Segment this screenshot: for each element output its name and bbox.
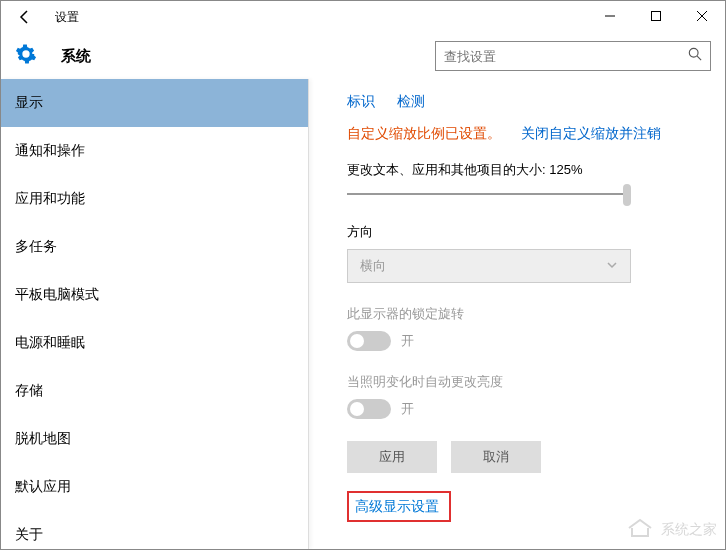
sidebar-item-label: 默认应用 bbox=[15, 478, 71, 496]
sidebar-item-about[interactable]: 关于 bbox=[1, 511, 308, 549]
main-panel: 标识 检测 自定义缩放比例已设置。 关闭自定义缩放并注销 更改文本、应用和其他项… bbox=[309, 79, 725, 549]
auto-brightness-state: 开 bbox=[401, 400, 414, 418]
sidebar-item-power[interactable]: 电源和睡眠 bbox=[1, 319, 308, 367]
svg-line-5 bbox=[697, 56, 701, 60]
orientation-value: 横向 bbox=[360, 257, 386, 275]
sidebar-item-maps[interactable]: 脱机地图 bbox=[1, 415, 308, 463]
search-icon bbox=[688, 47, 702, 65]
sidebar-item-label: 存储 bbox=[15, 382, 43, 400]
identify-link[interactable]: 标识 bbox=[347, 93, 375, 111]
sidebar-item-notifications[interactable]: 通知和操作 bbox=[1, 127, 308, 175]
custom-scale-warning: 自定义缩放比例已设置。 bbox=[347, 125, 501, 143]
sidebar-item-label: 平板电脑模式 bbox=[15, 286, 99, 304]
cancel-button[interactable]: 取消 bbox=[451, 441, 541, 473]
sidebar-item-label: 显示 bbox=[15, 94, 43, 112]
gear-icon bbox=[15, 43, 37, 69]
slider-thumb[interactable] bbox=[623, 184, 631, 206]
svg-rect-1 bbox=[652, 12, 661, 21]
lock-rotation-toggle[interactable] bbox=[347, 331, 391, 351]
maximize-button[interactable] bbox=[633, 1, 679, 31]
page-title: 系统 bbox=[61, 47, 91, 66]
apply-button[interactable]: 应用 bbox=[347, 441, 437, 473]
sidebar-item-label: 多任务 bbox=[15, 238, 57, 256]
sidebar-item-label: 关于 bbox=[15, 526, 43, 544]
lock-rotation-label: 此显示器的锁定旋转 bbox=[347, 305, 697, 323]
sidebar: 显示 通知和操作 应用和功能 多任务 平板电脑模式 电源和睡眠 存储 脱机地图 … bbox=[1, 79, 309, 549]
orientation-dropdown[interactable]: 横向 bbox=[347, 249, 631, 283]
detect-link[interactable]: 检测 bbox=[397, 93, 425, 111]
maximize-icon bbox=[651, 11, 661, 21]
sidebar-item-label: 脱机地图 bbox=[15, 430, 71, 448]
minimize-icon bbox=[605, 11, 615, 21]
lock-rotation-state: 开 bbox=[401, 332, 414, 350]
toggle-knob bbox=[350, 402, 364, 416]
chevron-down-icon bbox=[606, 259, 618, 274]
sidebar-item-storage[interactable]: 存储 bbox=[1, 367, 308, 415]
auto-brightness-label: 当照明变化时自动更改亮度 bbox=[347, 373, 697, 391]
toggle-knob bbox=[350, 334, 364, 348]
sidebar-item-tablet[interactable]: 平板电脑模式 bbox=[1, 271, 308, 319]
sidebar-item-label: 通知和操作 bbox=[15, 142, 85, 160]
sidebar-item-display[interactable]: 显示 bbox=[1, 79, 308, 127]
turn-off-custom-scale-link[interactable]: 关闭自定义缩放并注销 bbox=[521, 125, 661, 143]
scale-label: 更改文本、应用和其他项目的大小: 125% bbox=[347, 161, 697, 179]
search-box[interactable] bbox=[435, 41, 711, 71]
sidebar-item-default-apps[interactable]: 默认应用 bbox=[1, 463, 308, 511]
scale-slider[interactable] bbox=[347, 193, 631, 195]
advanced-display-settings-link[interactable]: 高级显示设置 bbox=[355, 498, 439, 516]
advanced-link-highlight: 高级显示设置 bbox=[347, 491, 451, 522]
minimize-button[interactable] bbox=[587, 1, 633, 31]
arrow-left-icon bbox=[17, 9, 33, 25]
window-title: 设置 bbox=[55, 9, 79, 26]
sidebar-item-multitask[interactable]: 多任务 bbox=[1, 223, 308, 271]
orientation-label: 方向 bbox=[347, 223, 697, 241]
svg-point-4 bbox=[689, 48, 698, 57]
back-button[interactable] bbox=[13, 5, 37, 29]
sidebar-item-label: 电源和睡眠 bbox=[15, 334, 85, 352]
close-icon bbox=[697, 11, 707, 21]
sidebar-item-apps[interactable]: 应用和功能 bbox=[1, 175, 308, 223]
sidebar-item-label: 应用和功能 bbox=[15, 190, 85, 208]
auto-brightness-toggle[interactable] bbox=[347, 399, 391, 419]
search-input[interactable] bbox=[444, 49, 688, 64]
close-button[interactable] bbox=[679, 1, 725, 31]
